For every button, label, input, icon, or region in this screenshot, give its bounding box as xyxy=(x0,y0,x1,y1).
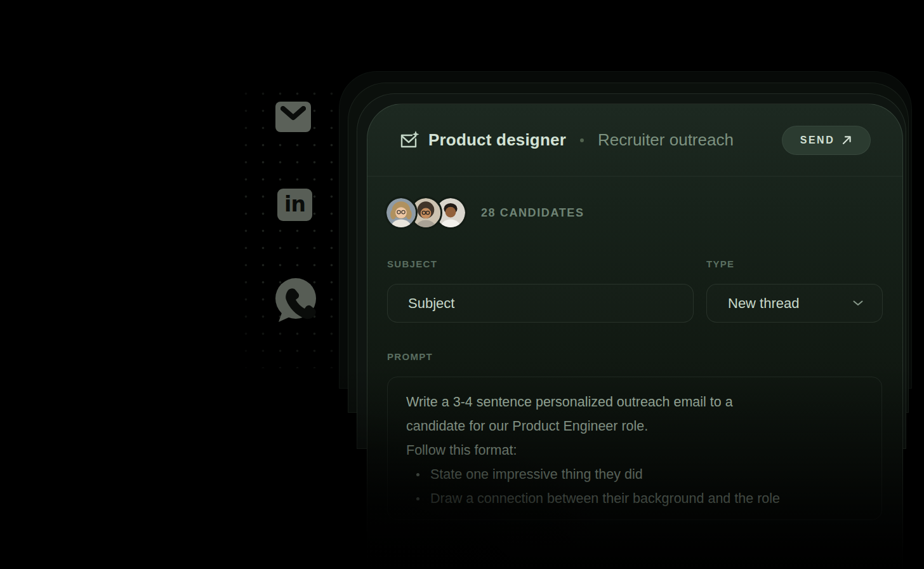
send-button[interactable]: SEND xyxy=(782,126,871,155)
prompt-line: Follow this format: xyxy=(406,438,869,462)
dot-separator xyxy=(580,138,584,142)
chevron-down-icon xyxy=(853,300,863,306)
card-subtitle: Recruiter outreach xyxy=(598,130,734,150)
type-dropdown[interactable]: New thread xyxy=(706,284,883,323)
arrow-up-right-icon xyxy=(842,135,852,145)
page: in Product designer Recruiter outreach xyxy=(0,0,924,569)
prompt-bullet-line: State one impressive thing they did xyxy=(406,462,869,486)
prompt-bullet-line: Draw a connection between their backgrou… xyxy=(406,486,869,511)
subject-input[interactable]: Subject xyxy=(387,284,694,323)
type-label: TYPE xyxy=(706,258,734,269)
candidate-avatar-1 xyxy=(385,196,418,229)
prompt-line: candidate for our Product Engineer role. xyxy=(406,414,869,438)
candidates-count-label: 28 CANDIDATES xyxy=(481,206,584,220)
linkedin-glyph: in xyxy=(284,194,305,215)
envelope-flap-glyph xyxy=(280,106,306,123)
prompt-textarea[interactable]: Write a 3-4 sentence personalized outrea… xyxy=(387,377,882,520)
prompt-label: PROMPT xyxy=(387,351,433,362)
whatsapp-icon[interactable] xyxy=(274,277,317,323)
whatsapp-glyph xyxy=(274,277,317,323)
prompt-line: Write a 3-4 sentence personalized outrea… xyxy=(406,390,869,414)
compose-card: Product designer Recruiter outreach SEND xyxy=(367,104,903,569)
subject-value: Subject xyxy=(408,295,454,312)
compose-email-sparkle-icon xyxy=(399,130,419,151)
card-title: Product designer xyxy=(428,130,566,150)
bullet-dot xyxy=(416,473,419,476)
send-button-label: SEND xyxy=(800,135,835,146)
bullet-dot xyxy=(416,497,419,500)
subject-label: SUBJECT xyxy=(387,258,437,269)
candidates-row: 28 CANDIDATES xyxy=(385,196,584,229)
linkedin-icon[interactable]: in xyxy=(277,189,312,221)
type-value: New thread xyxy=(728,295,800,312)
card-header: Product designer Recruiter outreach SEND xyxy=(367,104,902,177)
email-icon[interactable] xyxy=(275,102,311,132)
